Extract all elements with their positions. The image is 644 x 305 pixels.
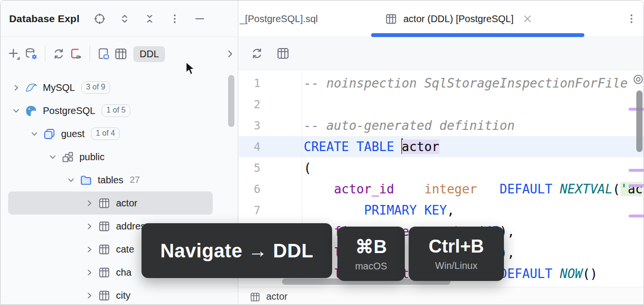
tree-item-badge: 1 of 5: [102, 104, 130, 117]
tree-item-label: city: [116, 290, 130, 301]
tree-item-label: actor: [116, 198, 137, 209]
editor-line-6: 6 actor_id integer DEFAULT NEXTVAL('ac: [239, 178, 644, 200]
tree-item-label: tables: [98, 175, 123, 186]
shortcut-keys: ⌘B: [355, 236, 386, 257]
close-icon[interactable]: [521, 13, 534, 25]
chevron-right-icon[interactable]: [12, 84, 20, 92]
code-text: (: [302, 157, 311, 178]
hide-icon[interactable]: [192, 11, 207, 26]
table-icon: [385, 13, 398, 25]
line-number: 5: [239, 157, 302, 178]
chevron-right-icon[interactable]: [85, 268, 93, 277]
table-icon: [98, 243, 111, 256]
shortcut-box-macos: ⌘BmacOS: [337, 227, 405, 281]
tree-scrollbar[interactable]: [228, 75, 234, 127]
toolbar-separator: [45, 46, 45, 62]
table-icon: [98, 197, 111, 210]
toolbar-separator: [90, 46, 90, 62]
code-text: actor_id integer DEFAULT NEXTVAL('ac: [302, 178, 643, 200]
tree-row-guest[interactable]: guest1 of 4: [8, 122, 213, 145]
editor-line-4: 4CREATE TABLE actor: [239, 136, 644, 157]
ddl-button[interactable]: DDL: [133, 46, 165, 62]
jump-to-query-console-icon[interactable]: [96, 46, 111, 62]
table-view-icon[interactable]: [113, 46, 129, 62]
tree-row-mysql[interactable]: MySQL3 of 9: [8, 76, 213, 99]
chevron-down-icon[interactable]: [12, 107, 20, 115]
header-icons: [92, 11, 207, 26]
tree-item-label: guest: [61, 128, 85, 140]
locate-icon[interactable]: [92, 11, 107, 26]
change-marker: [629, 215, 644, 217]
tree-row-tables[interactable]: tables27: [8, 168, 213, 191]
tree-item-badge: 3 of 9: [81, 81, 110, 94]
tab-postgresql-sql[interactable]: _[PostgreSQL].sql: [240, 0, 368, 37]
refresh-icon[interactable]: [249, 46, 265, 61]
data-source-properties-icon[interactable]: [24, 46, 39, 62]
change-marker: [629, 184, 644, 187]
chevron-right-icon[interactable]: [85, 199, 93, 207]
table-icon: [98, 289, 111, 302]
expand-all-icon[interactable]: [117, 11, 132, 26]
change-marker: [629, 169, 644, 172]
tree-row-city[interactable]: city: [8, 284, 213, 305]
tool-window-header: Database Expl: [0, 0, 238, 37]
add-data-source-icon[interactable]: [6, 46, 22, 62]
editor-breadcrumb-bar: actor: [239, 287, 644, 305]
line-number: 1: [239, 73, 302, 94]
mouse-cursor: [184, 61, 196, 78]
shortcut-platform: macOS: [355, 261, 387, 272]
tree-item-label: cate: [116, 244, 134, 255]
line-number: 2: [239, 94, 302, 115]
tree-row-postgresql[interactable]: PostgreSQL1 of 5: [8, 99, 213, 122]
code-text: CREATE TABLE actor: [302, 136, 439, 157]
chevron-down-icon[interactable]: [49, 153, 57, 161]
tree-item-badge: 1 of 4: [91, 127, 120, 140]
chevron-right-icon[interactable]: [85, 292, 93, 300]
code-text: PRIMARY KEY,: [302, 200, 454, 221]
editor-line-5: 5(: [239, 157, 644, 178]
explorer-toolbar: DDL: [0, 37, 238, 71]
active-tab-indicator: [371, 33, 584, 37]
breadcrumb-table-name[interactable]: actor: [266, 291, 287, 302]
app-window: Database Expl DDL MySQL3 of 9PostgreSQL1…: [0, 0, 644, 305]
chevron-right-icon[interactable]: [85, 245, 93, 254]
shortcut-platform: Win/Linux: [435, 260, 477, 271]
chevron-right-icon[interactable]: [85, 222, 93, 230]
line-number: 4: [239, 136, 302, 157]
line-number: 7: [239, 200, 302, 221]
editor-line-7: 7 PRIMARY KEY,: [239, 200, 644, 221]
tab-label: actor (DDL) [PostgreSQL]: [403, 13, 514, 25]
collapse-all-icon[interactable]: [142, 11, 157, 26]
shortcut-tooltip-title: Navigate → DDL: [142, 223, 332, 278]
database-icon: [43, 127, 56, 140]
line-number: 3: [239, 115, 302, 136]
mysql-icon: [25, 81, 38, 94]
tree-item-label: cha: [116, 267, 131, 278]
schema-icon: [61, 151, 74, 164]
code-text: [302, 94, 304, 115]
tree-row-actor[interactable]: actor: [8, 191, 213, 215]
code-text: -- noinspection SqlStorageInspectionForF…: [302, 73, 628, 94]
more-vertical-icon[interactable]: [167, 11, 182, 26]
tree-item-label: MySQL: [43, 82, 75, 93]
tab-options-kebab-icon[interactable]: [624, 11, 639, 26]
chevron-down-icon[interactable]: [30, 130, 39, 138]
line-number: 6: [239, 178, 302, 200]
disconnect-icon[interactable]: [68, 46, 84, 62]
chevron-down-icon[interactable]: [67, 176, 75, 184]
tree-row-public[interactable]: public: [8, 145, 213, 168]
tab-actor-ddl[interactable]: actor (DDL) [PostgreSQL]: [371, 0, 584, 37]
panel-title: Database Expl: [9, 13, 79, 25]
editor-line-3: 3-- auto-generated definition: [239, 115, 644, 136]
table-icon: [98, 220, 111, 233]
refresh-icon[interactable]: [51, 46, 66, 62]
editor-vertical-scrollbar[interactable]: [636, 90, 643, 152]
inspection-eye-icon[interactable]: [632, 73, 644, 88]
chevron-right-icon[interactable]: [222, 46, 238, 62]
table-view-icon[interactable]: [275, 46, 291, 61]
code-text: -- auto-generated definition: [302, 115, 515, 136]
table-icon: [98, 266, 111, 279]
editor-line-2: 2: [239, 94, 644, 115]
shortcut-keys: Ctrl+B: [428, 236, 484, 257]
editor-line-1: 1-- noinspection SqlStorageInspectionFor…: [239, 73, 644, 94]
